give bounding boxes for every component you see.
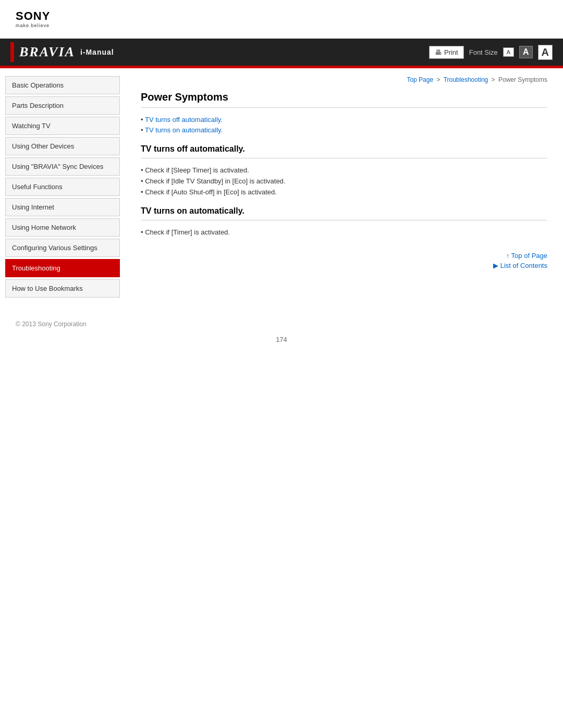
font-small-button[interactable]: A bbox=[503, 47, 514, 57]
red-bar-icon bbox=[10, 42, 14, 62]
print-icon: 🖶 bbox=[435, 48, 442, 56]
bravia-logo: BRAVIA bbox=[19, 44, 75, 60]
font-large-button[interactable]: A bbox=[538, 45, 553, 60]
breadcrumb-sep2: > bbox=[492, 76, 495, 83]
section2-bullets: Check if [Timer] is activated. bbox=[141, 228, 547, 236]
list-item: Check if [Timer] is activated. bbox=[141, 228, 547, 236]
header-right: 🖶 Print Font Size A A A bbox=[429, 45, 553, 60]
sidebar-item-using-bravia-sync[interactable]: Using "BRAVIA" Sync Devices bbox=[5, 157, 120, 176]
sidebar-item-useful-functions[interactable]: Useful Functions bbox=[5, 178, 120, 196]
links-list: TV turns off automatically.TV turns on a… bbox=[141, 116, 547, 134]
footer-links: ↑ Top of Page ▶ List of Contents bbox=[141, 252, 547, 269]
sidebar: Basic OperationsParts DescriptionWatchin… bbox=[0, 68, 125, 307]
content-area: Top Page > Troubleshooting > Power Sympt… bbox=[125, 68, 563, 307]
sony-logo: SONY bbox=[16, 9, 547, 23]
section1-bullets: Check if [Sleep Timer] is activated.Chec… bbox=[141, 166, 547, 196]
sony-tagline: make.believe bbox=[16, 23, 547, 28]
sidebar-item-using-internet[interactable]: Using Internet bbox=[5, 198, 120, 216]
print-button[interactable]: 🖶 Print bbox=[429, 46, 464, 59]
sidebar-item-using-other-devices[interactable]: Using Other Devices bbox=[5, 137, 120, 155]
sidebar-item-how-to-use-bookmarks[interactable]: How to Use Bookmarks bbox=[5, 279, 120, 298]
list-of-contents-link[interactable]: ▶ List of Contents bbox=[141, 262, 547, 269]
sidebar-item-parts-description[interactable]: Parts Description bbox=[5, 96, 120, 115]
content-link[interactable]: TV turns off automatically. bbox=[145, 116, 223, 124]
header-left: BRAVIA i-Manual bbox=[10, 42, 114, 62]
section1-divider bbox=[141, 158, 547, 158]
breadcrumb-top-page[interactable]: Top Page bbox=[407, 76, 433, 83]
copyright: © 2013 Sony Corporation bbox=[16, 320, 87, 328]
list-item: Check if [Auto Shut-off] in [Eco] is act… bbox=[141, 188, 547, 196]
sidebar-item-configuring-various-settings[interactable]: Configuring Various Settings bbox=[5, 239, 120, 257]
title-divider bbox=[141, 107, 547, 108]
page-bottom: © 2013 Sony Corporation bbox=[0, 313, 563, 336]
sidebar-item-watching-tv[interactable]: Watching TV bbox=[5, 117, 120, 135]
sidebar-item-basic-operations[interactable]: Basic Operations bbox=[5, 76, 120, 94]
imanual-label: i-Manual bbox=[80, 48, 114, 56]
app-header: BRAVIA i-Manual 🖶 Print Font Size A A A bbox=[0, 39, 563, 66]
sony-header: SONY make.believe bbox=[0, 0, 563, 33]
breadcrumb-sep1: > bbox=[437, 76, 440, 83]
section2-title: TV turns on automatically. bbox=[141, 206, 547, 216]
list-item: Check if [Idle TV Standby] in [Eco] is a… bbox=[141, 177, 547, 185]
list-item: Check if [Sleep Timer] is activated. bbox=[141, 166, 547, 174]
font-medium-button[interactable]: A bbox=[519, 46, 533, 58]
list-item: TV turns off automatically. bbox=[141, 116, 547, 124]
top-of-page-link[interactable]: ↑ Top of Page bbox=[141, 252, 547, 260]
breadcrumb: Top Page > Troubleshooting > Power Sympt… bbox=[141, 76, 547, 83]
breadcrumb-current: Power Symptoms bbox=[498, 76, 547, 83]
section1-title: TV turns off automatically. bbox=[141, 144, 547, 154]
page-title: Power Symptoms bbox=[141, 91, 547, 103]
content-link[interactable]: TV turns on automatically. bbox=[145, 126, 223, 134]
font-size-label: Font Size bbox=[469, 48, 498, 56]
main-layout: Basic OperationsParts DescriptionWatchin… bbox=[0, 68, 563, 307]
list-item: TV turns on automatically. bbox=[141, 126, 547, 134]
breadcrumb-troubleshooting[interactable]: Troubleshooting bbox=[444, 76, 488, 83]
sidebar-item-troubleshooting[interactable]: Troubleshooting bbox=[5, 259, 120, 277]
page-number: 174 bbox=[0, 336, 563, 354]
sidebar-item-using-home-network[interactable]: Using Home Network bbox=[5, 218, 120, 237]
section2-divider bbox=[141, 220, 547, 220]
